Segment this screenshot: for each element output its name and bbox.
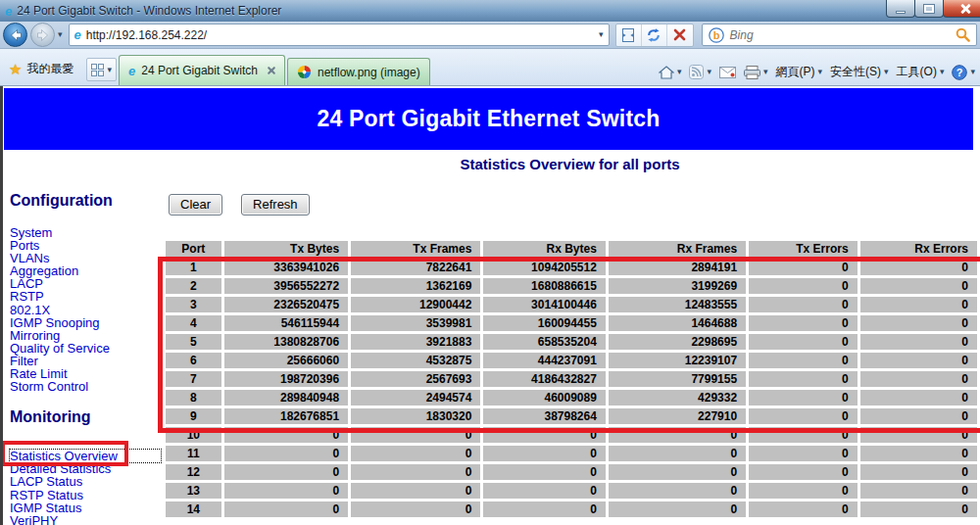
sidebar-link[interactable]: Mirroring [10,329,161,342]
clear-button[interactable]: Clear [169,194,222,215]
sidebar-link[interactable]: 802.1X [10,304,161,316]
sidebar-link[interactable]: Storm Control [10,380,161,393]
refresh-button[interactable] [642,24,667,46]
quick-tabs-button[interactable]: ▾ [86,58,117,81]
back-button[interactable] [3,23,27,47]
cell-port: 14 [166,501,221,517]
cell-rx-bytes: 0 [483,446,605,461]
sidebar-link[interactable]: VeriPHY [10,514,161,525]
recent-pages-dropdown[interactable]: ▾ [58,30,63,39]
table-row: 6 25666060 4532875 444237091 12239107 0 … [166,353,977,368]
table-row: 3 2326520475 12900442 3014100446 1248355… [166,297,977,312]
cell-rx-frames: 0 [609,483,746,499]
quick-tabs-dropdown-icon[interactable]: ▾ [107,66,112,74]
search-box[interactable]: b Bing [702,24,977,46]
close-button[interactable] [943,0,980,18]
forward-arrow-icon [36,28,50,42]
read-mail-button[interactable] [719,67,736,78]
svg-text:?: ? [956,67,963,78]
refresh-button-page[interactable]: Refresh [241,194,310,215]
cell-tx-frames: 0 [351,464,480,480]
favorites-label: 我的最愛 [26,61,74,77]
address-dropdown-icon[interactable]: ▾ [599,30,604,39]
maximize-button[interactable] [914,0,944,18]
window-controls [887,0,980,18]
favorites-button[interactable]: ★ 我的最愛 [2,54,80,83]
page-menu-button[interactable]: 網頁(P) ▾ [776,64,823,80]
sidebar-link[interactable]: RSTP Status [10,489,161,501]
column-header: Tx Bytes [224,241,348,257]
help-button[interactable]: ? ▾ [952,65,975,80]
cell-port: 13 [166,483,221,499]
tools-menu-button[interactable]: 工具(O) ▾ [897,64,945,80]
cell-tx-bytes: 3956552272 [224,278,348,294]
cell-tx-errors: 0 [749,278,857,294]
window-title: 24 Port Gigabit Switch - Windows Interne… [17,4,281,18]
cell-rx-frames: 3199269 [609,278,746,294]
cell-tx-bytes: 0 [224,483,348,499]
sidebar-link[interactable]: IGMP Snooping [10,316,161,329]
home-dropdown-icon[interactable]: ▾ [677,68,682,76]
cell-rx-frames: 1464688 [609,315,746,331]
column-header: Tx Errors [749,241,857,257]
cell-rx-errors: 0 [860,334,977,350]
safety-menu-button[interactable]: 安全性(S) ▾ [830,64,889,80]
print-dropdown-icon[interactable]: ▾ [763,68,768,76]
stop-button[interactable] [667,24,693,46]
print-button[interactable]: ▾ [744,66,768,79]
rss-icon [689,65,704,79]
cell-tx-errors: 0 [749,315,857,331]
help-icon: ? [952,65,967,80]
cell-rx-bytes: 658535204 [483,334,605,350]
sidebar-link[interactable]: LACP Status [10,475,161,488]
minimize-button[interactable] [886,0,915,18]
tab-close-icon[interactable] [268,67,275,74]
cell-rx-frames: 7799155 [609,371,746,387]
cell-rx-errors: 0 [860,501,977,517]
sidebar-link[interactable]: RSTP [10,290,161,303]
column-header: Rx Frames [609,241,746,257]
cell-rx-frames: 429332 [609,390,746,406]
sidebar-link[interactable]: IGMP Status [10,501,161,514]
tab-netflow-image[interactable]: netflow.png (image) [287,58,430,85]
table-row: 4 546115944 3539981 160094455 1464688 0 … [166,315,977,331]
cell-tx-bytes: 2326520475 [224,297,348,312]
cell-port: 9 [166,408,221,424]
cell-rx-errors: 0 [860,483,977,499]
cell-tx-errors: 0 [749,297,857,312]
cell-tx-bytes: 289840948 [224,390,348,406]
sidebar-link[interactable]: Quality of Service [10,342,161,355]
address-bar[interactable]: e http://192.168.254.222/ ▾ [69,24,610,46]
cell-rx-frames: 2894191 [609,260,746,275]
cell-port: 3 [166,297,221,312]
tab-switch-page[interactable]: e 24 Port Gigabit Switch [119,55,285,85]
table-row: 12 0 0 0 0 0 0 [166,464,977,480]
feeds-button[interactable]: ▾ [689,65,711,79]
cell-rx-bytes: 4186432827 [483,371,605,387]
cell-tx-errors: 0 [749,427,857,443]
cell-tx-errors: 0 [749,446,857,461]
compatibility-view-button[interactable] [616,24,642,46]
home-button[interactable]: ▾ [659,66,682,79]
search-icon[interactable] [956,27,970,42]
forward-button[interactable] [30,23,55,47]
help-dropdown-icon[interactable]: ▾ [970,68,975,76]
close-icon [960,4,970,14]
cell-rx-bytes: 46009089 [483,390,605,406]
address-toolstrip [615,24,694,47]
table-row: 14 0 0 0 0 0 0 [166,501,977,517]
feeds-dropdown-icon[interactable]: ▾ [707,68,711,76]
table-row: 7 198720396 2567693 4186432827 7799155 0… [166,371,977,387]
cell-port: 10 [166,427,221,443]
cell-rx-errors: 0 [860,446,977,461]
page-content: 24 Port Gigabit Ethernet Switch Statisti… [0,86,980,525]
page-menu-dropdown-icon: ▾ [818,68,823,76]
page-ie-icon: e [74,28,81,41]
address-url[interactable]: http://192.168.254.222/ [86,28,594,42]
search-placeholder[interactable]: Bing [730,28,950,42]
cell-rx-bytes: 0 [483,501,605,517]
cell-rx-frames: 0 [609,446,746,461]
cell-rx-errors: 0 [860,408,977,424]
cell-tx-bytes: 1380828706 [224,334,348,350]
cell-rx-frames: 2298695 [609,334,746,350]
